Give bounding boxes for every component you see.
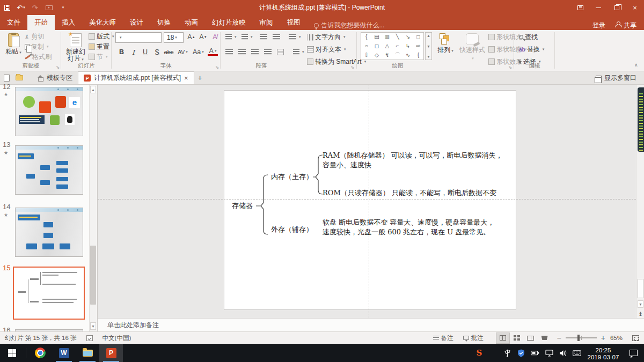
tab-animations[interactable]: 动画: [178, 15, 205, 30]
shape-icon[interactable]: ↳: [406, 43, 410, 49]
undo-button[interactable]: ↶▾: [14, 0, 28, 15]
slideshow-view-button[interactable]: [538, 333, 552, 344]
start-button[interactable]: [0, 344, 24, 362]
shape-icon[interactable]: ◇: [375, 53, 379, 58]
slide-sorter-view-button[interactable]: [510, 333, 524, 344]
zoom-out-button[interactable]: −: [557, 334, 561, 342]
shape-icon[interactable]: {: [418, 53, 419, 58]
font-size-combo[interactable]: 18: [164, 32, 184, 43]
distribute-button[interactable]: [277, 47, 284, 57]
tell-me-box[interactable]: 告诉我您想要做什么...: [308, 21, 391, 30]
paragraph-dialog-launcher[interactable]: ⇘: [350, 65, 354, 70]
shapes-gallery-scroll[interactable]: ▲▼▼: [425, 32, 432, 60]
shapes-gallery[interactable]: {▤▥╲↘□○◻△⌐↳⇨⇩◇↯⌒∿{: [361, 32, 424, 60]
strikethrough-button[interactable]: abc: [164, 47, 174, 57]
scrollbar-thumb[interactable]: [638, 279, 643, 298]
shape-icon[interactable]: ↘: [406, 34, 410, 40]
ribbon-display-options-button[interactable]: [571, 0, 589, 15]
tab-transitions[interactable]: 切换: [150, 15, 178, 30]
tab-slideshow[interactable]: 幻灯片放映: [205, 15, 253, 30]
shape-icon[interactable]: ⌒: [395, 53, 400, 58]
slide-14-thumbnail[interactable]: [15, 208, 83, 257]
close-button[interactable]: ×: [626, 0, 644, 15]
taskbar-chrome-button[interactable]: [28, 344, 52, 362]
shape-icon[interactable]: ⇨: [416, 43, 420, 49]
slide-13-thumbnail[interactable]: [15, 145, 83, 195]
fit-to-window-button[interactable]: [627, 332, 644, 344]
shape-icon[interactable]: ◻: [375, 43, 379, 49]
tray-security-button[interactable]: [514, 344, 528, 362]
restore-button[interactable]: [608, 0, 626, 15]
decrease-indent-button[interactable]: [260, 32, 267, 42]
slide-15-thumbnail-selected[interactable]: [13, 267, 85, 320]
italic-button[interactable]: I: [128, 47, 138, 57]
zoom-slider-thumb[interactable]: [577, 335, 580, 341]
redo-button[interactable]: ↷: [28, 0, 42, 15]
underline-button[interactable]: U: [140, 47, 150, 57]
sign-in-button[interactable]: 登录: [592, 21, 605, 30]
tab-design[interactable]: 设计: [123, 15, 150, 30]
font-color-button[interactable]: A: [208, 47, 218, 56]
font-dialog-launcher[interactable]: ⇘: [215, 65, 219, 70]
taskbar-word-button[interactable]: W: [52, 344, 76, 362]
shape-icon[interactable]: ╲: [396, 34, 399, 40]
shape-icon[interactable]: ∿: [406, 53, 410, 58]
previous-slide-button[interactable]: ▲▲: [638, 310, 643, 317]
start-slideshow-button[interactable]: [42, 0, 56, 15]
tray-network-button[interactable]: [542, 344, 556, 362]
tray-ime-button[interactable]: [570, 344, 584, 362]
tray-power-button[interactable]: [528, 344, 542, 362]
tab-review[interactable]: 审阅: [253, 15, 280, 30]
shape-icon[interactable]: ↯: [385, 53, 389, 58]
reading-view-button[interactable]: [524, 333, 538, 344]
close-tab-icon[interactable]: [184, 74, 188, 82]
find-button[interactable]: 查找: [519, 32, 538, 42]
character-spacing-button[interactable]: AV: [178, 47, 188, 57]
docked-sidebar-widget[interactable]: [638, 87, 644, 152]
cut-button[interactable]: ✂剪切: [25, 32, 44, 41]
taskbar-explorer-button[interactable]: [76, 344, 99, 362]
align-center-button[interactable]: [238, 47, 246, 57]
text-direction-button[interactable]: 文字方向: [307, 32, 346, 42]
action-center-button[interactable]: [623, 344, 644, 362]
tab-file[interactable]: 文件: [0, 15, 27, 30]
text-shadow-button[interactable]: S: [152, 47, 162, 57]
line-spacing-button[interactable]: [289, 32, 301, 42]
node-storage[interactable]: 存储器: [232, 201, 253, 211]
drawing-dialog-launcher[interactable]: ⇘: [508, 65, 512, 70]
node-internal-memory[interactable]: 内存（主存）: [271, 172, 313, 182]
section-button[interactable]: 节: [89, 52, 108, 62]
notes-pane[interactable]: 单击此处添加备注: [98, 318, 644, 331]
copy-button[interactable]: 复制: [25, 42, 49, 51]
normal-view-button[interactable]: [496, 333, 510, 344]
shape-icon[interactable]: ○: [365, 43, 368, 49]
scroll-down-button[interactable]: ▼: [638, 300, 643, 308]
panel-scrollbar-thumb[interactable]: [90, 246, 96, 305]
format-painter-button[interactable]: 格式刷: [25, 52, 52, 62]
tab-meihua-dashi[interactable]: 美化大师: [82, 15, 123, 30]
panel-scroll-up-button[interactable]: ▲: [90, 86, 96, 93]
taskbar-powerpoint-button[interactable]: P: [99, 344, 123, 362]
taskbar-clock[interactable]: 20:25 2019-03-07: [584, 345, 623, 361]
node-rom[interactable]: ROM（只读存储器） 只能读，不能写，断电后数据不变: [323, 188, 496, 198]
tab-view[interactable]: 视图: [280, 15, 308, 30]
open-folder-button[interactable]: [13, 71, 26, 84]
shape-icon[interactable]: △: [385, 43, 389, 49]
justify-button[interactable]: [264, 47, 272, 57]
spell-check-button[interactable]: [82, 332, 98, 344]
tray-sogou-button[interactable]: S: [472, 344, 486, 362]
vertical-scrollbar[interactable]: ▼ ▲▲ ▼▼: [636, 85, 644, 331]
node-ram[interactable]: RAM（随机存储器） 可以读，可以写，断电后数据消失， 容量小、速度快: [323, 151, 503, 170]
notes-toggle-button[interactable]: 备注: [428, 332, 458, 344]
columns-button[interactable]: [293, 47, 304, 57]
align-left-button[interactable]: [225, 47, 233, 57]
reset-button[interactable]: 重置: [89, 42, 109, 51]
save-button[interactable]: [0, 0, 14, 15]
shape-icon[interactable]: {: [365, 34, 367, 40]
tab-current-document[interactable]: P 计算机系统组成.ppt [兼容模式]: [78, 71, 194, 84]
new-tab-button[interactable]: +: [194, 71, 206, 84]
font-name-combo[interactable]: [115, 32, 162, 43]
customize-quick-access-button[interactable]: ▾: [56, 0, 70, 15]
numbering-button[interactable]: [241, 32, 253, 42]
zoom-in-button[interactable]: +: [601, 334, 605, 342]
